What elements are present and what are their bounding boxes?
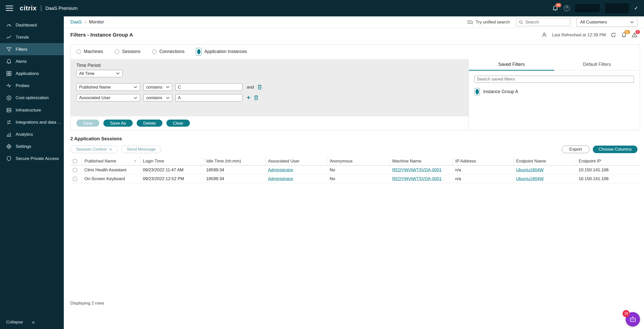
warnings-indicator-icon[interactable]: 2 bbox=[632, 32, 637, 38]
assistant-chat-button[interactable]: 19 bbox=[626, 312, 640, 326]
sidebar-item-secure-private-access[interactable]: Secure Private Access bbox=[0, 153, 64, 165]
associated-user-link[interactable]: Administrator bbox=[268, 176, 293, 181]
customer-selector-value: All Customers bbox=[580, 19, 607, 25]
column-header-idle-time[interactable]: Idle Time (hh:mm) bbox=[204, 157, 266, 166]
sidebar-item-filters[interactable]: Filters bbox=[0, 43, 64, 55]
hamburger-menu-icon[interactable] bbox=[6, 5, 13, 11]
tab-saved-filters[interactable]: Saved Filters bbox=[469, 59, 554, 70]
radio-sessions[interactable]: Sessions bbox=[115, 49, 140, 54]
choose-columns-button[interactable]: Choose Columns bbox=[593, 146, 637, 153]
column-header-anonymous[interactable]: Anonymous bbox=[327, 157, 390, 166]
saved-filters-search-input[interactable] bbox=[475, 76, 634, 83]
radio-connections[interactable]: Connections bbox=[152, 49, 185, 54]
send-message-button[interactable]: Send Message bbox=[121, 146, 161, 153]
page-header: Filters - Instance Group A Last Refreshe… bbox=[64, 28, 644, 42]
radio-machines[interactable]: Machines bbox=[76, 49, 103, 54]
time-period-select[interactable]: All Time bbox=[76, 70, 123, 77]
unified-search-button[interactable]: Try unified search bbox=[467, 19, 510, 25]
delete-condition-icon[interactable] bbox=[254, 95, 259, 101]
condition-field-select[interactable]: Associated User bbox=[76, 94, 140, 101]
cell-idle-time: 18599:34 bbox=[204, 174, 266, 183]
associated-user-link[interactable]: Administrator bbox=[268, 167, 293, 172]
column-header-associated-user[interactable]: Associated User bbox=[266, 157, 327, 166]
condition-value-input[interactable] bbox=[175, 94, 242, 101]
save-button[interactable]: Save bbox=[76, 120, 99, 127]
sidebar-item-infrastructure[interactable]: Infrastructure bbox=[0, 104, 64, 116]
cell-login-time: 09/23/2022 11:47 AM bbox=[140, 166, 203, 174]
cell-endpoint-name: Ubuntu1804W bbox=[514, 174, 576, 183]
sidebar-item-probes[interactable]: Probes bbox=[0, 80, 64, 92]
tab-default-filters[interactable]: Default Filters bbox=[554, 59, 640, 70]
session-control-button[interactable]: Session Control bbox=[70, 146, 118, 153]
condition-operator-select[interactable]: contains bbox=[143, 94, 172, 101]
delete-condition-icon[interactable] bbox=[257, 84, 262, 90]
sidebar-item-trends[interactable]: Trends bbox=[0, 31, 64, 43]
customer-selector-dropdown[interactable]: All Customers bbox=[576, 18, 637, 27]
condition-operator-select[interactable]: contains bbox=[143, 83, 172, 91]
machine-name-link[interactable]: REDYW\AWTSVDA-0001 bbox=[392, 176, 442, 181]
sidebar-item-dashboard[interactable]: Dashboard bbox=[0, 19, 64, 31]
sidebar-nav: Dashboard Trends Filters Alerts Applicat… bbox=[0, 16, 64, 329]
alerts-indicator-icon[interactable]: 31 bbox=[621, 32, 627, 38]
sort-ascending-icon: ↑ bbox=[134, 159, 136, 163]
radio-label: Machines bbox=[84, 49, 103, 54]
column-header-endpoint-name[interactable]: Endpoint Name bbox=[514, 157, 576, 166]
sidebar-item-alerts[interactable]: Alerts bbox=[0, 55, 64, 67]
sidebar-item-settings[interactable]: Settings bbox=[0, 140, 64, 152]
alerts-count-badge: 31 bbox=[624, 30, 630, 34]
sidebar-item-label: Infrastructure bbox=[16, 107, 41, 113]
endpoint-name-link[interactable]: Ubuntu1804W bbox=[516, 176, 543, 181]
radio-icon bbox=[76, 49, 81, 54]
cell-machine-name: REDYW\AWTSVDA-0001 bbox=[390, 166, 453, 174]
select-all-header[interactable] bbox=[70, 157, 82, 166]
refresh-icon[interactable] bbox=[611, 32, 616, 38]
delete-button[interactable]: Delete bbox=[137, 120, 162, 127]
cell-anonymous: No bbox=[327, 166, 390, 174]
add-condition-icon[interactable]: + bbox=[247, 95, 250, 101]
endpoint-name-link[interactable]: Ubuntu1804W bbox=[516, 167, 543, 172]
column-header-published-name[interactable]: Published Name ↑ bbox=[82, 157, 140, 166]
sidebar-collapse-button[interactable]: Collapse « bbox=[6, 319, 60, 325]
clear-button[interactable]: Clear bbox=[166, 120, 190, 127]
search-input[interactable] bbox=[525, 19, 568, 25]
assistant-robot-icon bbox=[629, 316, 636, 323]
sidebar-item-label: Analytics bbox=[16, 132, 33, 137]
time-period-label: Time Period bbox=[76, 63, 463, 68]
select-all-checkbox[interactable] bbox=[73, 159, 77, 163]
condition-field-select[interactable]: Published Name bbox=[76, 83, 140, 91]
cell-idle-time: 18599:34 bbox=[204, 166, 266, 174]
chevron-down-icon bbox=[166, 86, 170, 88]
machine-name-link[interactable]: REDYW\AWTSVDA-0001 bbox=[392, 167, 442, 172]
breadcrumb-current: Monitor bbox=[89, 19, 104, 25]
saved-filter-item[interactable]: Instance Group A bbox=[475, 88, 634, 95]
column-header-login-time[interactable]: Login Time bbox=[140, 157, 203, 166]
radio-application-instances[interactable]: Application Instances bbox=[196, 48, 247, 55]
main-content: DaaS › Monitor Try unified search All Cu… bbox=[64, 16, 644, 329]
cell-select bbox=[70, 166, 82, 174]
cell-associated-user: Administrator bbox=[266, 166, 327, 174]
filter-card: Machines Sessions Connections Applicatio… bbox=[70, 44, 640, 130]
notifications-bell-icon[interactable]: 93 bbox=[552, 5, 558, 11]
condition-value-input[interactable] bbox=[175, 83, 242, 91]
chevron-down-icon bbox=[166, 97, 170, 99]
send-message-label: Send Message bbox=[127, 147, 155, 152]
breadcrumb-daas-link[interactable]: DaaS bbox=[70, 19, 82, 25]
global-search-box[interactable] bbox=[516, 18, 570, 26]
sidebar-item-applications[interactable]: Applications bbox=[0, 68, 64, 80]
sidebar-item-integrations[interactable]: Integrations and data exports bbox=[0, 116, 64, 128]
column-header-ip-address[interactable]: IP Address bbox=[453, 157, 514, 166]
column-header-endpoint-ip[interactable]: Endpoint IP bbox=[576, 157, 640, 166]
column-header-machine-name[interactable]: Machine Name bbox=[390, 157, 453, 166]
row-checkbox[interactable] bbox=[73, 177, 77, 181]
time-period-value: All Time bbox=[79, 71, 114, 76]
user-icon[interactable] bbox=[541, 32, 547, 38]
rows-count-status: Displaying 2 rows bbox=[70, 300, 644, 306]
row-checkbox[interactable] bbox=[73, 168, 77, 172]
help-icon[interactable]: ? bbox=[564, 5, 570, 11]
sidebar-item-cost-optimization[interactable]: $ Cost optimization bbox=[0, 92, 64, 104]
sidebar-item-analytics[interactable]: Analytics bbox=[0, 128, 64, 140]
export-button[interactable]: Export bbox=[562, 146, 590, 153]
app-root: citrix DaaS Premium 93 ? ✓ Dashboard Tre… bbox=[0, 0, 644, 329]
trends-icon bbox=[6, 34, 12, 40]
save-as-button[interactable]: Save As bbox=[103, 120, 132, 127]
